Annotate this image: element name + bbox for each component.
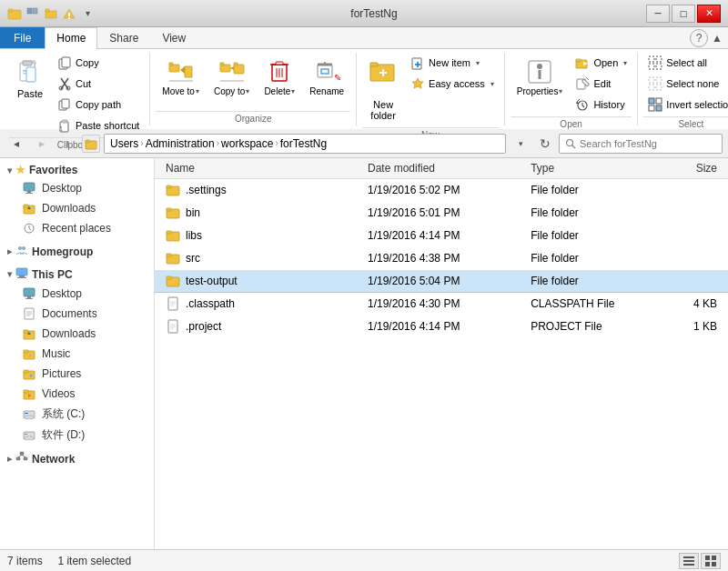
path-part-users[interactable]: Users [110,137,138,150]
invert-selection-button[interactable]: Invert selection [643,95,728,115]
path-part-workspace[interactable]: workspace [221,137,273,150]
file-name-text: .project [186,320,221,333]
svg-rect-2 [27,8,32,14]
file-size [652,280,721,282]
nav-item-videos[interactable]: Videos [0,384,154,404]
edit-button[interactable]: Edit [571,74,632,94]
svg-rect-78 [656,105,662,111]
network-header[interactable]: ▸ Network [0,449,154,468]
history-button[interactable]: History [571,95,632,115]
svg-rect-76 [656,98,662,104]
header-type[interactable]: Type [527,160,651,176]
table-row[interactable]: test-output 1/19/2016 5:04 PM File folde… [155,270,728,293]
title-bar-icons: ▾ [7,6,95,21]
nav-item-music[interactable]: ♪ Music [0,344,154,364]
easy-access-button[interactable]: Easy access ▾ [406,74,499,94]
properties-button[interactable]: Properties ▾ [511,53,570,101]
new-item-button[interactable]: New item ▾ [406,53,499,73]
refresh-button[interactable]: ↻ [535,134,555,154]
paste-shortcut-button[interactable]: ⤵ Paste shortcut [53,115,144,135]
minimize-button[interactable]: ─ [646,5,670,23]
select-all-button[interactable]: Select all [643,53,728,73]
nav-item-recent[interactable]: Recent places [0,218,154,238]
open-button[interactable]: Open ▾ [571,53,632,73]
svg-rect-85 [25,193,33,194]
desktop-icon [22,181,36,195]
tb-dropdown[interactable]: ▾ [80,6,95,21]
path-part-current[interactable]: forTestNg [280,137,327,150]
view-details-button[interactable] [679,553,699,569]
close-button[interactable]: ✕ [697,5,721,23]
nav-item-drive-c[interactable]: 系统 (C:) [0,404,154,425]
tab-view[interactable]: View [150,27,197,48]
tab-share[interactable]: Share [97,27,150,48]
table-row[interactable]: .project 1/19/2016 4:14 PM PROJECT File … [155,316,728,338]
file-type-icon [166,251,180,265]
table-row[interactable]: .settings 1/19/2016 5:02 PM File folder [155,179,728,202]
homegroup-header[interactable]: ▸ Homegroup [0,242,154,261]
header-date[interactable]: Date modified [364,160,527,176]
nav-item-pictures[interactable]: Pictures [0,364,154,384]
view-tiles-button[interactable] [701,553,721,569]
forward-button[interactable]: ▸ [31,134,53,154]
help-icon[interactable]: ? [690,29,708,47]
app-icon [7,6,22,21]
svg-rect-122 [24,457,27,460]
svg-rect-1 [8,9,13,12]
nav-item-downloads-fav[interactable]: Downloads [0,198,154,218]
file-name: .project [162,318,364,335]
address-path[interactable]: Users › Administration › workspace › for… [104,134,506,154]
new-item-icon [410,55,425,70]
paste-button[interactable]: Paste [9,53,51,104]
svg-rect-83 [24,183,35,191]
copy-to-button[interactable]: Copy to ▾ [207,53,256,101]
maximize-button[interactable]: □ [672,5,695,23]
nav-item-desktop-fav[interactable]: Desktop [0,178,154,198]
search-input[interactable] [580,138,716,149]
clipboard-items: Paste Copy [9,53,144,135]
file-type: PROJECT File [527,319,651,334]
rename-button[interactable]: ✎ Rename [303,53,350,101]
dropdown-path-button[interactable]: ▾ [510,134,531,154]
select-none-button[interactable]: Select none [643,74,728,94]
table-row[interactable]: .classpath 1/19/2016 4:30 PM CLASSPATH F… [155,293,728,316]
ribbon-collapse-btn[interactable]: ▲ [712,32,723,45]
svg-point-118 [25,436,34,440]
status-bar: 7 items 1 item selected [0,549,728,571]
select-stack: Select all Select none [643,53,728,115]
new-folder-button[interactable]: New folder [362,53,404,125]
paste-label: Paste [17,88,43,99]
nav-drive-c-label: 系统 (C:) [42,406,85,422]
thispc-header[interactable]: ▾ This PC [0,265,154,284]
file-type-icon [166,228,180,243]
nav-item-desktop-pc[interactable]: Desktop [0,284,154,304]
open-label: Open [511,116,632,131]
tab-home[interactable]: Home [45,27,97,49]
svg-rect-143 [683,556,694,558]
path-part-admin[interactable]: Administration [146,137,215,150]
table-row[interactable]: bin 1/19/2016 5:01 PM File folder [155,202,728,225]
table-row[interactable]: src 1/19/2016 4:38 PM File folder [155,247,728,270]
nav-item-drive-d[interactable]: 软件 (D:) [0,425,154,446]
header-name[interactable]: Name [162,160,364,176]
move-to-button[interactable]: Move to ▾ [156,53,206,101]
table-row[interactable]: libs 1/19/2016 4:14 PM File folder [155,225,728,247]
svg-rect-149 [712,562,716,566]
delete-button[interactable]: Delete ▾ [258,53,301,101]
nav-item-documents[interactable]: Documents [0,304,154,324]
copy-button[interactable]: Copy [53,53,144,73]
svg-rect-94 [17,277,26,278]
header-size[interactable]: Size [652,160,721,176]
up-button[interactable]: ↑ [56,134,78,154]
svg-line-123 [18,455,22,457]
homegroup-label: Homegroup [32,245,93,258]
music-icon: ♪ [22,346,36,361]
cut-button[interactable]: Cut [53,74,144,94]
copy-path-button[interactable]: Copy path [53,95,144,115]
tab-file[interactable]: File [0,27,45,48]
svg-text:⤵: ⤵ [60,125,63,132]
back-button[interactable]: ◂ [5,134,27,154]
svg-line-124 [22,455,25,457]
nav-item-downloads[interactable]: Downloads [0,324,154,344]
favorites-header[interactable]: ▾ ★ Favorites [0,162,154,178]
